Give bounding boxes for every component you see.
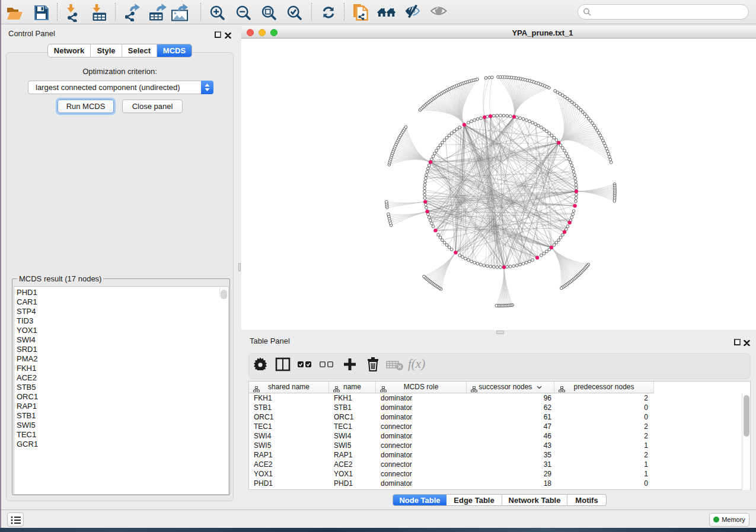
svg-text:f(x): f(x) <box>408 357 425 371</box>
